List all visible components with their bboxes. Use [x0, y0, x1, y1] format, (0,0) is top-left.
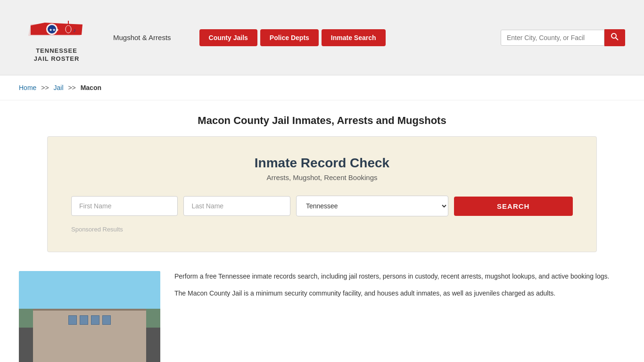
- last-name-input[interactable]: [183, 196, 290, 216]
- content-area: Perform a free Tennessee inmate records …: [0, 266, 644, 362]
- sponsored-label: Sponsored Results: [71, 226, 573, 233]
- logo-icon: ★★★ ♪: [26, 12, 87, 45]
- breadcrumb-home[interactable]: Home: [19, 84, 36, 91]
- search-form-row: AlabamaAlaskaArizonaArkansasCaliforniaCo…: [71, 196, 573, 216]
- breadcrumb-jail[interactable]: Jail: [54, 84, 64, 91]
- svg-line-8: [616, 38, 618, 40]
- breadcrumb-current: Macon: [81, 84, 101, 91]
- svg-text:♪: ♪: [73, 27, 76, 33]
- record-check-heading: Inmate Record Check: [71, 156, 573, 171]
- page-title: Macon County Jail Inmates, Arrests and M…: [19, 115, 625, 127]
- header-search-button[interactable]: [604, 29, 625, 46]
- inmate-search-button[interactable]: Inmate Search: [322, 29, 386, 46]
- record-search-button[interactable]: SEARCH: [454, 197, 573, 216]
- nav-buttons: County Jails Police Depts Inmate Search: [199, 29, 386, 46]
- state-select[interactable]: AlabamaAlaskaArizonaArkansasCaliforniaCo…: [296, 196, 448, 216]
- window: [68, 315, 77, 325]
- record-check-box: Inmate Record Check Arrests, Mugshot, Re…: [47, 136, 597, 252]
- svg-point-7: [611, 33, 616, 38]
- breadcrumb-sep2: >>: [68, 84, 75, 91]
- search-icon: [611, 33, 619, 41]
- header-search-input[interactable]: [501, 30, 604, 46]
- window: [80, 315, 88, 325]
- window: [91, 315, 99, 325]
- building-structure: [33, 309, 146, 362]
- page-title-area: Macon County Jail Inmates, Arrests and M…: [0, 100, 644, 136]
- building-windows: [33, 311, 146, 325]
- content-text: Perform a free Tennessee inmate records …: [174, 271, 625, 305]
- window: [102, 315, 111, 325]
- svg-text:★★★: ★★★: [49, 28, 59, 32]
- first-name-input[interactable]: [71, 196, 178, 216]
- police-depts-button[interactable]: Police Depts: [260, 29, 319, 46]
- breadcrumb-sep1: >>: [41, 84, 49, 91]
- header: ★★★ ♪ TENNESSEE JAIL ROSTER Mugshot & Ar…: [0, 0, 644, 75]
- logo-text: TENNESSEE JAIL ROSTER: [34, 47, 80, 63]
- breadcrumb: Home >> Jail >> Macon: [0, 75, 644, 100]
- facility-image: [19, 271, 160, 362]
- content-para2: The Macon County Jail is a minimum secur…: [174, 288, 625, 299]
- nav-mugshot-link[interactable]: Mugshot & Arrests: [113, 33, 171, 41]
- content-para1: Perform a free Tennessee inmate records …: [174, 271, 625, 282]
- header-search-area: [501, 29, 625, 46]
- county-jails-button[interactable]: County Jails: [199, 29, 257, 46]
- building-background: [19, 271, 160, 362]
- record-check-subtitle: Arrests, Mugshot, Recent Bookings: [71, 173, 573, 181]
- svg-point-4: [66, 25, 71, 33]
- logo-area: ★★★ ♪ TENNESSEE JAIL ROSTER: [19, 12, 94, 63]
